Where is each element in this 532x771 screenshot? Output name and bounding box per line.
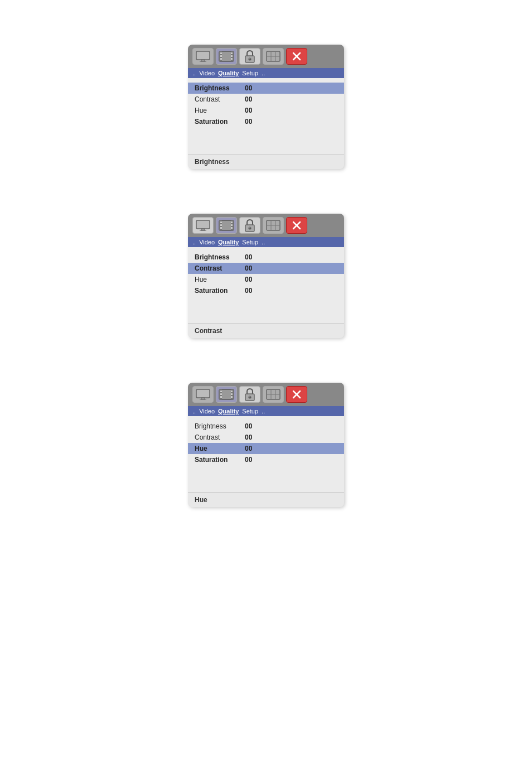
lock-icon-btn-3[interactable] [239,386,260,403]
toolbar-3 [188,383,344,406]
monitor-icon-btn[interactable] [192,48,214,65]
nav-quality-3[interactable]: Quality [218,408,239,415]
svg-rect-2 [200,61,206,62]
grid-icon-btn-3[interactable] [263,386,284,403]
contrast-label-1: Contrast [195,95,245,103]
setting-saturation-1[interactable]: Saturation 00 [195,116,337,127]
saturation-label-1: Saturation [195,118,245,126]
svg-rect-51 [231,391,233,392]
svg-rect-31 [231,224,233,226]
lock-icon-btn-2[interactable] [239,217,260,234]
svg-rect-29 [220,227,222,229]
contrast-value-2: 00 [245,264,262,272]
setting-saturation-2[interactable]: Saturation 00 [195,285,337,296]
setting-brightness-1[interactable]: Brightness 00 [188,83,344,94]
nav-setup-1[interactable]: Setup [242,70,258,76]
nav-dots-left-2[interactable]: .. [192,239,196,245]
svg-rect-9 [231,52,233,54]
saturation-value-2: 00 [245,287,262,295]
nav-video-3[interactable]: Video [199,408,215,415]
svg-rect-43 [201,398,205,399]
status-bar-1: Brightness [188,154,344,169]
nav-video-1[interactable]: Video [199,70,215,76]
nav-dots-right-1[interactable]: .. [262,70,265,76]
nav-dots-left-3[interactable]: .. [192,408,196,415]
status-bar-2: Contrast [188,323,344,338]
setting-contrast-1[interactable]: Contrast 00 [195,94,337,105]
film-icon-btn-3[interactable] [216,386,237,403]
nav-quality-1[interactable]: Quality [218,70,239,76]
svg-rect-48 [220,391,222,392]
setting-contrast-3[interactable]: Contrast 00 [195,432,337,443]
saturation-label-3: Saturation [195,456,245,464]
close-icon-btn-2[interactable] [286,217,307,234]
nav-dots-left-1[interactable]: .. [192,70,196,76]
saturation-value-1: 00 [245,118,262,126]
svg-rect-11 [231,58,233,60]
svg-rect-1 [201,60,205,61]
contrast-panel: .. Video Quality Setup .. Brightness 00 … [188,214,344,338]
lock-icon-btn[interactable] [239,48,260,65]
svg-rect-0 [196,51,210,60]
close-icon-btn-3[interactable] [286,386,307,403]
hue-value-1: 00 [245,107,262,114]
svg-rect-10 [231,55,233,57]
svg-point-35 [249,227,251,229]
hue-panel: .. Video Quality Setup .. Brightness 00 … [188,383,344,507]
hue-label-1: Hue [195,107,245,114]
brightness-label-1: Brightness [195,84,245,92]
grid-icon-btn[interactable] [263,48,284,65]
content-1: Brightness 00 Contrast 00 Hue 00 Saturat… [188,78,344,154]
contrast-label-2: Contrast [195,264,245,272]
film-icon-btn[interactable] [216,48,237,65]
setting-hue-3[interactable]: Hue 00 [188,443,344,454]
content-3: Brightness 00 Contrast 00 Hue 00 Saturat… [188,416,344,492]
setting-hue-2[interactable]: Hue 00 [195,274,337,285]
brightness-label-2: Brightness [195,253,245,261]
svg-rect-22 [201,229,205,230]
hue-value-3: 00 [245,445,262,452]
saturation-label-2: Saturation [195,287,245,295]
setting-saturation-3[interactable]: Saturation 00 [195,454,337,465]
brightness-label-3: Brightness [195,422,245,430]
svg-rect-50 [220,396,222,398]
svg-rect-21 [196,220,210,229]
svg-rect-6 [220,52,222,54]
svg-rect-8 [220,58,222,60]
saturation-value-3: 00 [245,456,262,464]
svg-point-14 [249,58,251,60]
hue-label-2: Hue [195,276,245,283]
nav-setup-2[interactable]: Setup [242,239,258,245]
status-bar-3: Hue [188,492,344,507]
brightness-value-1: 00 [245,84,262,92]
setting-brightness-2[interactable]: Brightness 00 [195,252,337,263]
svg-rect-44 [200,399,206,400]
hue-value-2: 00 [245,276,262,283]
svg-point-56 [249,396,251,398]
setting-hue-1[interactable]: Hue 00 [195,105,337,116]
nav-quality-2[interactable]: Quality [218,239,239,245]
nav-dots-right-3[interactable]: .. [262,408,265,415]
nav-bar-3: .. Video Quality Setup .. [188,406,344,416]
nav-bar-2: .. Video Quality Setup .. [188,237,344,247]
nav-bar-1: .. Video Quality Setup .. [188,68,344,78]
nav-video-2[interactable]: Video [199,239,215,245]
film-icon-btn-2[interactable] [216,217,237,234]
contrast-value-1: 00 [245,95,262,103]
toolbar-2 [188,214,344,237]
monitor-icon-btn-2[interactable] [192,217,214,234]
setting-contrast-2[interactable]: Contrast 00 [188,263,344,274]
svg-rect-30 [231,221,233,223]
svg-rect-28 [220,224,222,226]
close-icon-btn[interactable] [286,48,307,65]
nav-dots-right-2[interactable]: .. [262,239,265,245]
nav-setup-3[interactable]: Setup [242,408,258,415]
svg-rect-23 [200,230,206,231]
brightness-value-3: 00 [245,422,262,430]
grid-icon-btn-2[interactable] [263,217,284,234]
setting-brightness-3[interactable]: Brightness 00 [195,421,337,432]
monitor-icon-btn-3[interactable] [192,386,214,403]
contrast-value-3: 00 [245,433,262,441]
hue-label-3: Hue [195,445,245,452]
brightness-panel: .. Video Quality Setup .. Brightness 00 … [188,45,344,169]
